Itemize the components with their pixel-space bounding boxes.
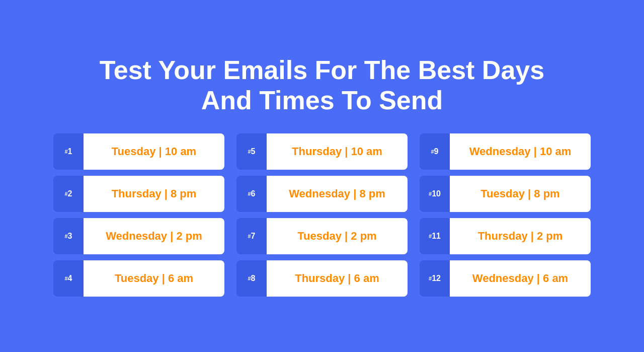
item-label: Thursday | 8 pm	[84, 176, 224, 212]
rank-badge: #7	[236, 218, 267, 254]
rank-badge: #2	[53, 176, 84, 212]
list-item: #8Thursday | 6 am	[236, 260, 408, 297]
rank-badge: #6	[236, 176, 267, 212]
list-item: #6Wednesday | 8 pm	[236, 176, 408, 212]
item-label: Wednesday | 2 pm	[84, 218, 224, 254]
item-label: Thursday | 2 pm	[450, 218, 591, 254]
list-item: #2Thursday | 8 pm	[53, 176, 224, 212]
column-3: #9Wednesday | 10 am#10Tuesday | 8 pm#11T…	[420, 133, 591, 297]
list-item: #12Wednesday | 6 am	[420, 260, 591, 297]
rank-badge: #4	[53, 260, 84, 297]
list-item: #3Wednesday | 2 pm	[53, 218, 224, 254]
rank-badge: #5	[236, 133, 267, 170]
list-item: #5Thursday | 10 am	[236, 133, 408, 170]
list-item: #11Thursday | 2 pm	[420, 218, 591, 254]
column-1: #1Tuesday | 10 am#2Thursday | 8 pm#3Wedn…	[53, 133, 224, 297]
column-2: #5Thursday | 10 am#6Wednesday | 8 pm#7Tu…	[236, 133, 408, 297]
item-label: Tuesday | 6 am	[84, 260, 224, 297]
rank-badge: #8	[236, 260, 267, 297]
rank-badge: #9	[420, 133, 450, 170]
item-label: Tuesday | 2 pm	[267, 218, 408, 254]
item-label: Thursday | 10 am	[267, 133, 408, 170]
item-label: Tuesday | 10 am	[84, 133, 224, 170]
list-item: #4Tuesday | 6 am	[53, 260, 224, 297]
rank-badge: #12	[420, 260, 450, 297]
list-item: #1Tuesday | 10 am	[53, 133, 224, 170]
item-label: Tuesday | 8 pm	[450, 176, 591, 212]
rank-badge: #3	[53, 218, 84, 254]
rank-badge: #11	[420, 218, 450, 254]
list-item: #7Tuesday | 2 pm	[236, 218, 408, 254]
rank-badge: #10	[420, 176, 450, 212]
item-label: Wednesday | 6 am	[450, 260, 591, 297]
ranking-grid: #1Tuesday | 10 am#2Thursday | 8 pm#3Wedn…	[53, 133, 591, 297]
item-label: Wednesday | 10 am	[450, 133, 591, 170]
list-item: #10Tuesday | 8 pm	[420, 176, 591, 212]
item-label: Wednesday | 8 pm	[267, 176, 408, 212]
rank-badge: #1	[53, 133, 84, 170]
item-label: Thursday | 6 am	[267, 260, 408, 297]
page-title: Test Your Emails For The Best Days And T…	[100, 55, 544, 116]
list-item: #9Wednesday | 10 am	[420, 133, 591, 170]
